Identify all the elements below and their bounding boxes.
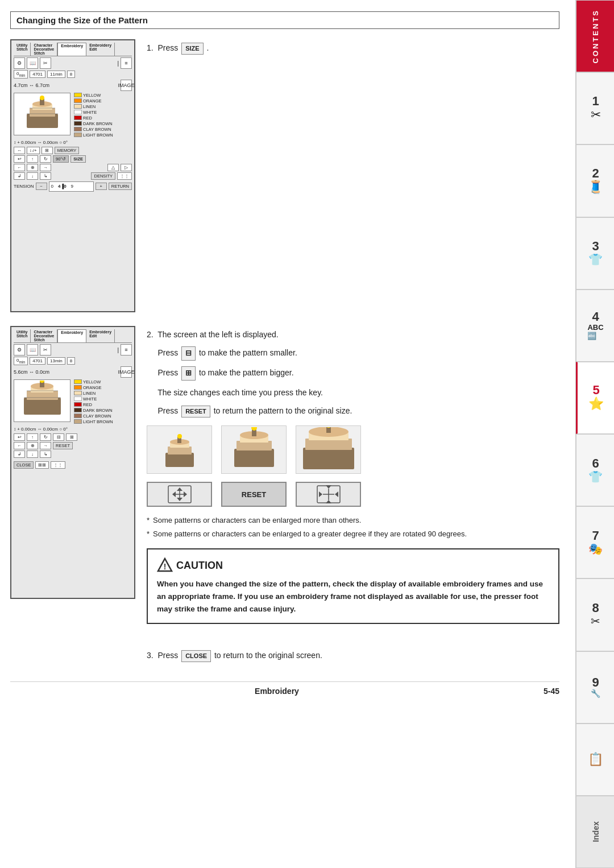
screen-btn-90[interactable]: 90°↺ xyxy=(53,155,69,163)
color-item-linen: LINEN xyxy=(74,104,119,109)
enlarge-example-btn[interactable] xyxy=(296,482,361,507)
screen-btn-next[interactable]: ↳ xyxy=(40,172,51,180)
sidebar-tab-ch6[interactable]: 6 👕 xyxy=(576,434,614,506)
sidebar-tab-ch7[interactable]: 7 🎭 xyxy=(576,506,614,578)
screen2-icon-menu[interactable]: ≡ xyxy=(121,344,132,356)
step2-number: 2. xyxy=(147,330,154,339)
reset-button-inline[interactable]: RESET xyxy=(181,406,210,418)
section-box: Changing the Size of the Pattern xyxy=(10,11,559,29)
shrink-example-btn[interactable] xyxy=(147,482,212,507)
screen-tab-character[interactable]: CharacterDecorativeStitch xyxy=(31,43,57,56)
sidebar-tab-ch1[interactable]: 1 ✂ xyxy=(576,72,614,144)
sidebar-tab-ch8[interactable]: 8 ✂ xyxy=(576,578,614,651)
screen2-btn-rotate[interactable]: ↻ xyxy=(40,433,51,441)
tension-plus[interactable]: + xyxy=(96,183,107,190)
screen-btn-back-stitch[interactable]: ↲ xyxy=(14,172,25,180)
screen-image-btn-1[interactable]: IMAGE xyxy=(121,80,132,91)
sidebar-tab-contents[interactable]: CONTENTS xyxy=(576,0,614,72)
screen-tab-utility[interactable]: UtilityStitch xyxy=(14,43,31,56)
screen-icon-settings[interactable]: ⚙ xyxy=(14,57,25,69)
sidebar-tab-ch9[interactable]: 9 🔧 xyxy=(576,651,614,724)
screen-icon-book[interactable]: 📖 xyxy=(27,57,38,69)
screen2-icon-book[interactable]: 📖 xyxy=(27,344,38,356)
screen-btn-combine[interactable]: ⊞ xyxy=(42,147,53,154)
swatch-darkbrown xyxy=(74,121,82,126)
screen-btn-trim-a[interactable]: △ xyxy=(107,164,119,171)
screen-btn-left[interactable]: ← xyxy=(14,164,25,171)
screen-btn-frame[interactable]: ⋮⋮ xyxy=(117,172,132,180)
step2-text-area: 2. The screen at the left is displayed. … xyxy=(147,326,559,633)
screen-btn-return[interactable]: RETURN xyxy=(109,183,132,190)
screen2-tab-edit[interactable]: EmbroideryEdit xyxy=(86,329,115,342)
screen2-btn-fwd[interactable]: ↳ xyxy=(40,450,51,458)
screen2-tab-utility[interactable]: UtilityStitch xyxy=(14,329,31,342)
shrink-button[interactable]: ⊟ xyxy=(181,346,196,361)
tension-minus[interactable]: − xyxy=(36,183,47,190)
screen-btn-minus-plus[interactable]: ↕-/+ xyxy=(27,147,40,154)
step2-size-text: The size changes each time you press the… xyxy=(157,388,323,397)
tension-slider[interactable]: 04▐09 xyxy=(49,181,94,192)
screen2-tab-character[interactable]: CharacterDecorativeStitch xyxy=(31,329,57,342)
screen2-btn-center[interactable]: ⊕ xyxy=(27,442,38,449)
screen2-icon-sew[interactable]: ✂ xyxy=(40,344,51,356)
svg-marker-45 xyxy=(335,491,338,497)
ch8-number: 8 xyxy=(592,602,599,614)
screen2-btn-frame[interactable]: ⋮⋮ xyxy=(51,461,65,469)
svg-marker-37 xyxy=(172,491,176,497)
screen-btn-right[interactable]: → xyxy=(40,164,51,171)
screen-btn-rotate[interactable]: ↻ xyxy=(40,155,51,163)
screen2-btn-reset[interactable]: RESET xyxy=(53,442,73,449)
screen-btn-down[interactable]: ↓ xyxy=(27,172,38,180)
size-button-label[interactable]: SIZE xyxy=(181,43,203,55)
screen2-btn-flip[interactable]: ↩ xyxy=(14,433,25,441)
step2-smaller-line: Press ⊟ to make the pattern smaller. xyxy=(147,346,559,361)
svg-marker-44 xyxy=(319,491,322,497)
label2-white: WHITE xyxy=(83,396,97,402)
screen2-btn-up[interactable]: ↑ xyxy=(27,433,38,441)
screen-btn-up[interactable]: ↑ xyxy=(27,155,38,163)
screen2-btn-close[interactable]: CLOSE xyxy=(14,461,34,469)
sidebar-tab-ch4[interactable]: 4 ABC🔤 xyxy=(576,290,614,362)
step3-post: to return to the original screen. xyxy=(214,651,322,660)
screen-btn-trim-b[interactable]: ▷ xyxy=(121,164,132,171)
screen2-btn-right[interactable]: → xyxy=(40,442,51,449)
screen2-btn-back[interactable]: ↲ xyxy=(14,450,25,458)
label2-linen: LINEN xyxy=(83,391,96,396)
screen2-icon-settings[interactable]: ⚙ xyxy=(14,344,25,356)
screen-btn-mirror[interactable]: ↔ xyxy=(14,147,25,154)
screen-icon-sew[interactable]: ✂ xyxy=(40,57,51,69)
color2-lightbrown: LIGHT BROWN xyxy=(74,419,119,424)
label2-red: RED xyxy=(83,402,92,407)
screen2-btn-enlarge[interactable]: ⊞ xyxy=(66,433,77,441)
sidebar-tab-ch3[interactable]: 3 👕 xyxy=(576,217,614,290)
screen2-pos-text: ↕ + 0.00cm ↔ 0.00cm ○ 0° xyxy=(14,427,68,432)
screen-btn-size[interactable]: SIZE xyxy=(70,155,86,163)
screen-btn-memory[interactable]: MEMORY xyxy=(55,147,80,154)
example-svg-small xyxy=(148,427,211,473)
swatch2-orange xyxy=(74,385,82,390)
step2-reset-line: Press RESET to return the pattern to the… xyxy=(147,404,559,418)
sidebar-tab-index[interactable]: Index xyxy=(576,796,614,868)
reset-example-btn[interactable]: RESET xyxy=(221,482,287,507)
right-sidebar: CONTENTS 1 ✂ 2 🧵 3 👕 4 ABC🔤 5 ⭐ 6 👕 7 🎭 … xyxy=(575,0,614,868)
screen-tab-edit[interactable]: EmbroideryEdit xyxy=(86,43,115,56)
close-button[interactable]: CLOSE xyxy=(181,650,211,663)
sidebar-tab-ch5[interactable]: 5 ⭐ xyxy=(576,362,614,434)
screen2-tab-embroidery[interactable]: Embroidery xyxy=(57,329,86,342)
screen2-btn-shrink[interactable]: ⊟ xyxy=(53,433,64,441)
sidebar-tab-ch2[interactable]: 2 🧵 xyxy=(576,144,614,217)
screen-tab-embroidery[interactable]: Embroidery xyxy=(57,43,86,56)
screen-btn-center[interactable]: ⊕ xyxy=(27,164,38,171)
screen-icon-menu[interactable]: ≡ xyxy=(121,57,132,69)
screen-btn-density[interactable]: DENSITY xyxy=(91,172,115,180)
screen2-image-btn[interactable]: IMAGE xyxy=(121,366,132,378)
screen2-btn-left[interactable]: ← xyxy=(14,442,25,449)
screen2-btn-down[interactable]: ↓ xyxy=(27,450,38,458)
step3-press: Press xyxy=(157,651,178,660)
swatch2-white xyxy=(74,396,82,401)
sidebar-tab-ch10[interactable]: 📋 xyxy=(576,724,614,796)
screen2-nav-row3: ↲ ↓ ↳ xyxy=(14,450,132,458)
enlarge-button[interactable]: ⊞ xyxy=(181,366,196,381)
screen-btn-flip[interactable]: ↩ xyxy=(14,155,25,163)
screen2-btn-stitch-count[interactable]: ⊞⊞ xyxy=(35,461,49,469)
